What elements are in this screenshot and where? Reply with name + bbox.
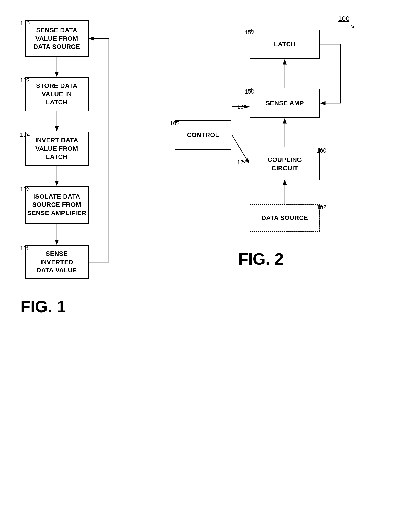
box-118: SENSE INVERTED DATA VALUE xyxy=(25,245,88,279)
box-114: INVERT DATA VALUE FROM LATCH xyxy=(25,132,88,166)
box-112: STORE DATA VALUE IN LATCH xyxy=(25,77,88,111)
box-control: CONTROL xyxy=(175,120,232,150)
box-116: ISOLATE DATA SOURCE FROM SENSE AMPLIFIER xyxy=(25,186,88,224)
box-latch: LATCH xyxy=(250,29,320,59)
box-110: SENSE DATA VALUE FROM DATA SOURCE xyxy=(25,20,88,57)
diagram-container: SENSE DATA VALUE FROM DATA SOURCE 110 ↲ … xyxy=(0,0,413,532)
fig2-label: FIG. 2 xyxy=(238,250,284,268)
box-senseamp: SENSE AMP xyxy=(250,88,320,118)
ref-100: 100 xyxy=(338,15,349,22)
box-datasource: DATA SOURCE xyxy=(250,204,320,231)
ref-100-arrow: ↘ xyxy=(349,23,355,30)
fig1-label: FIG. 1 xyxy=(20,297,66,316)
box-coupling: COUPLING CIRCUIT xyxy=(250,148,320,180)
